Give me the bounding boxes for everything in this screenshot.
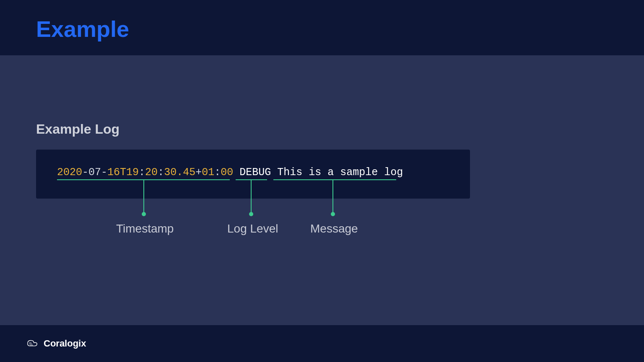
log-month: 07: [88, 166, 101, 178]
dot-level: [249, 212, 253, 216]
log-c3: :: [214, 166, 221, 178]
log-space2: [271, 166, 277, 178]
connector-timestamp: [143, 179, 144, 212]
connector-level: [251, 179, 252, 212]
log-t: T19: [120, 166, 139, 178]
dot-timestamp: [142, 212, 146, 216]
main-content: Example Log 2020-07-16T19:20:30.45+01:00…: [0, 55, 644, 199]
log-plus: +: [195, 166, 202, 178]
log-om: 00: [221, 166, 233, 178]
log-year: 2020: [57, 166, 82, 178]
label-timestamp: Timestamp: [116, 222, 174, 235]
log-message: This is a sample log: [277, 166, 403, 178]
log-min: 20: [145, 166, 158, 178]
slide-title: Example: [36, 16, 644, 42]
log-dash2: -: [101, 166, 107, 178]
log-c2: :: [158, 166, 164, 178]
header-bar: Example: [0, 0, 644, 55]
log-space: [233, 166, 239, 178]
brand-name: Coralogix: [44, 338, 86, 349]
dot-message: [331, 212, 335, 216]
section-title: Example Log: [36, 122, 644, 137]
log-c1: :: [139, 166, 145, 178]
coralogix-logo-icon: [26, 337, 39, 350]
log-day: 16: [107, 166, 120, 178]
log-sec: 30.45: [164, 166, 195, 178]
underline-message: [273, 179, 396, 180]
code-block: 2020-07-16T19:20:30.45+01:00 DEBUG This …: [36, 150, 470, 199]
log-oh: 01: [202, 166, 214, 178]
connector-message: [332, 179, 333, 212]
footer-bar: Coralogix: [0, 325, 644, 362]
label-message: Message: [310, 222, 358, 235]
log-level: DEBUG: [239, 166, 271, 178]
log-dash1: -: [82, 166, 88, 178]
label-level: Log Level: [227, 222, 278, 235]
